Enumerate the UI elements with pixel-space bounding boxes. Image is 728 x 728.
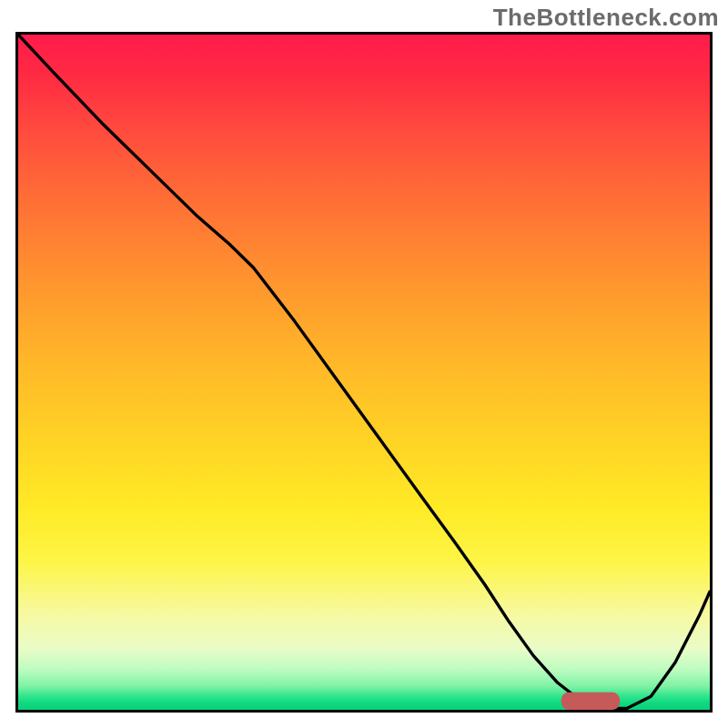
watermark-text: TheBottleneck.com [493, 4, 719, 32]
optimal-range-marker [561, 693, 621, 710]
plot-area [15, 32, 713, 713]
bottleneck-curve [18, 35, 710, 709]
chart-stage: TheBottleneck.com [0, 0, 728, 728]
chart-overlay [18, 35, 710, 710]
